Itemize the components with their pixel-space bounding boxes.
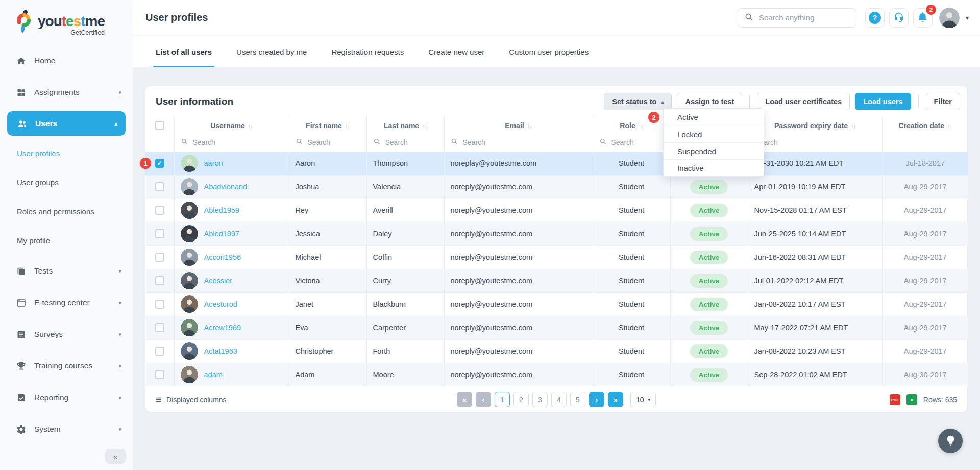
sidebar-item-reporting[interactable]: Reporting▾ [0,382,133,413]
username-link[interactable]: Abadvionand [204,183,248,191]
creation-date-cell: Aug-30-2017 [882,363,968,386]
page-button-2[interactable]: 2 [513,392,529,407]
sidebar-collapse-button[interactable]: « [105,449,126,464]
username-link[interactable]: Abled1959 [204,206,239,214]
support-button[interactable] [889,8,909,28]
last-page-button[interactable]: » [608,392,623,407]
prev-page-button[interactable]: ‹ [476,392,491,407]
row-checkbox[interactable] [155,300,164,309]
column-header-last-name[interactable]: Last name↑↓ [366,117,444,134]
sort-icon[interactable]: ↑↓ [422,123,427,129]
assign-to-test-button[interactable]: Assign to test [677,93,742,110]
load-user-certificates-button[interactable]: Load user certificates [757,93,850,110]
set-status-to-button[interactable]: Set status to ▴ [604,93,672,110]
notifications-button[interactable]: 2 [913,8,933,28]
sort-icon[interactable]: ↑↓ [851,123,855,129]
filter-button[interactable]: Filter [926,93,960,110]
chevron-down-icon: ▾ [648,397,651,402]
export-excel-icon[interactable]: X [906,394,917,405]
next-page-button[interactable]: › [589,392,604,407]
username-link[interactable]: Acrew1969 [204,324,241,332]
row-checkbox[interactable] [155,253,164,262]
row-checkbox[interactable] [155,370,164,379]
sort-icon[interactable]: ↑↓ [248,123,253,129]
sort-icon[interactable]: ↑↓ [639,123,643,129]
page-button-3[interactable]: 3 [532,392,548,407]
column-search-input-last-name[interactable] [384,138,438,147]
user-menu-caret-icon[interactable]: ▾ [966,14,969,21]
tips-fab-button[interactable] [938,429,963,453]
sidebar-item-training-courses[interactable]: Training courses▾ [0,350,133,382]
username-link[interactable]: adam [204,370,223,379]
user-avatar [181,319,198,336]
page-button-4[interactable]: 4 [551,392,567,407]
password-expiry-cell: Nov-15-2028 01:17 AM EST [748,199,882,222]
row-checkbox[interactable]: ✓ [155,159,164,168]
global-search-input[interactable] [758,13,850,22]
column-header-creation-date[interactable]: Creation date↑↓ [882,117,968,134]
sidebar-item-home[interactable]: Home [0,45,133,77]
table-footer: ≡ Displayed columns «‹12345›»10▾ PDF X R… [145,387,967,412]
column-header-username[interactable]: Username↑↓ [174,117,289,134]
sidebar-subitem-roles-and-permissions[interactable]: Roles and permissions [0,197,133,226]
username-link[interactable]: Acesturod [204,300,237,308]
select-all-checkbox[interactable] [155,121,164,130]
status-menu-item-suspended[interactable]: Suspended [664,142,764,159]
displayed-columns-button[interactable]: ≡ Displayed columns [156,394,227,405]
user-menu-avatar[interactable] [939,8,960,28]
column-search-input-password-expiry-date[interactable] [754,138,876,147]
row-checkbox[interactable] [155,276,164,285]
sidebar-subitem-user-groups[interactable]: User groups [0,168,133,197]
row-checkbox[interactable] [155,182,164,191]
sort-icon[interactable]: ↑↓ [947,123,952,129]
username-link[interactable]: Actat1963 [204,347,237,355]
tab-users-created-by-me[interactable]: Users created by me [236,36,307,67]
column-header-email[interactable]: Email↑↓ [444,117,593,134]
sort-icon[interactable]: ↑↓ [345,123,350,129]
page-size-select[interactable]: 10▾ [630,392,656,407]
sidebar-item-users[interactable]: Users▴ [7,111,126,136]
column-search-input-username[interactable] [192,138,283,147]
status-menu-item-locked[interactable]: Locked [664,126,764,142]
column-header-password-expiry-date[interactable]: Password expiry date↑↓ [748,117,882,134]
select-all-header[interactable] [145,117,174,134]
page-button-1[interactable]: 1 [495,392,510,407]
tab-list-of-all-users[interactable]: List of all users [156,36,212,67]
column-search-input-first-name[interactable] [307,138,360,147]
tab-registration-requests[interactable]: Registration requests [331,36,404,67]
tab-custom-user-properties[interactable]: Custom user properties [509,36,589,67]
column-header-first-name[interactable]: First name↑↓ [289,117,366,134]
row-checkbox[interactable] [155,323,164,332]
user-avatar [181,366,198,383]
column-search-input-email[interactable] [462,138,586,147]
username-link[interactable]: Acessier [204,277,233,285]
status-menu-item-inactive[interactable]: Inactive [664,159,764,176]
status-cell: Active [670,316,748,339]
username-link[interactable]: Accon1956 [204,253,241,261]
row-checkbox[interactable] [155,347,164,356]
table-row: Accon1956MichaelCoffinnoreply@youtestme.… [145,245,968,269]
column-search-input-role[interactable] [610,138,664,147]
row-checkbox[interactable] [155,206,164,215]
page-size-value: 10 [636,395,644,404]
status-badge: Active [690,180,728,194]
sidebar-item-system[interactable]: System▾ [0,413,133,445]
table-row: Acrew1969EvaCarpenternoreply@youtestme.c… [145,316,968,339]
page-button-5[interactable]: 5 [570,392,585,407]
sidebar-item-surveys[interactable]: Surveys▾ [0,318,133,350]
row-checkbox[interactable] [155,229,164,238]
first-page-button[interactable]: « [457,392,472,407]
status-menu-item-active[interactable]: Active [664,109,764,126]
export-pdf-icon[interactable]: PDF [890,394,900,405]
sidebar-subitem-my-profile[interactable]: My profile [0,226,133,255]
username-link[interactable]: aaron [204,159,223,167]
help-button[interactable]: ? [865,8,885,28]
username-link[interactable]: Abled1997 [204,230,239,238]
load-users-button[interactable]: Load users [855,93,911,110]
sidebar-subitem-user-profiles[interactable]: User profiles [0,139,133,168]
sidebar-item-tests[interactable]: Tests▾ [0,255,133,287]
sidebar-item-assignments[interactable]: Assignments▾ [0,77,133,108]
tab-create-new-user[interactable]: Create new user [428,36,484,67]
sidebar-item-e-testing-center[interactable]: E-testing center▾ [0,287,133,318]
sort-icon[interactable]: ↑↓ [527,123,532,129]
